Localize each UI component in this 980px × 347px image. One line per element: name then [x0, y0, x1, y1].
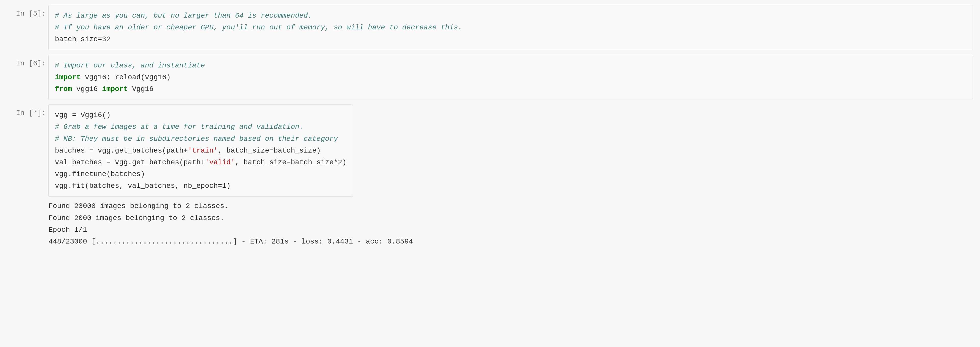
- code-line: val_batches = vgg.get_batches(path+'vali…: [55, 158, 347, 166]
- comment-line: # If you have an older or cheaper GPU, y…: [55, 24, 462, 32]
- cell-label-5: In [5]:: [8, 5, 48, 18]
- cell-code-star[interactable]: vgg = Vgg16() # Grab a few images at a t…: [48, 104, 353, 197]
- cell-star: In [*]: vgg = Vgg16() # Grab a few image…: [0, 104, 980, 248]
- output-line-2: Found 2000 images belonging to 2 classes…: [48, 212, 413, 224]
- code-line: vgg.fit(batches, val_batches, nb_epoch=1…: [55, 182, 231, 190]
- code-line: vgg = Vgg16(): [55, 111, 110, 119]
- cell-output-star: Found 23000 images belonging to 2 classe…: [48, 198, 413, 248]
- cell-star-output-row: Found 23000 images belonging to 2 classe…: [8, 198, 413, 248]
- notebook: In [5]: # As large as you can, but no la…: [0, 5, 980, 248]
- comment-line: # Import our class, and instantiate: [55, 62, 205, 69]
- output-line-1: Found 23000 images belonging to 2 classe…: [48, 200, 413, 212]
- comment-line: # Grab a few images at a time for traini…: [55, 123, 304, 131]
- cell-code-6[interactable]: # Import our class, and instantiate impo…: [48, 55, 972, 100]
- code-line: from vgg16 import Vgg16: [55, 85, 154, 93]
- cell-5: In [5]: # As large as you can, but no la…: [0, 5, 980, 50]
- cell-code-5[interactable]: # As large as you can, but no larger tha…: [48, 5, 972, 50]
- cell-6: In [6]: # Import our class, and instanti…: [0, 55, 980, 100]
- code-line: import vgg16; reload(vgg16): [55, 74, 171, 81]
- code-line: vgg.finetune(batches): [55, 170, 145, 178]
- output-line-4: 448/23000 [.............................…: [48, 236, 413, 248]
- code-line: batch_size=32: [55, 35, 110, 43]
- cell-label-star: In [*]:: [8, 104, 48, 117]
- output-line-3: Epoch 1/1: [48, 224, 413, 236]
- comment-line: # NB: They must be in subdirectories nam…: [55, 135, 338, 143]
- comment-line: # As large as you can, but no larger tha…: [55, 12, 312, 20]
- cell-label-6: In [6]:: [8, 55, 48, 67]
- code-line: batches = vgg.get_batches(path+'train', …: [55, 147, 321, 155]
- cell-star-row: In [*]: vgg = Vgg16() # Grab a few image…: [8, 104, 353, 197]
